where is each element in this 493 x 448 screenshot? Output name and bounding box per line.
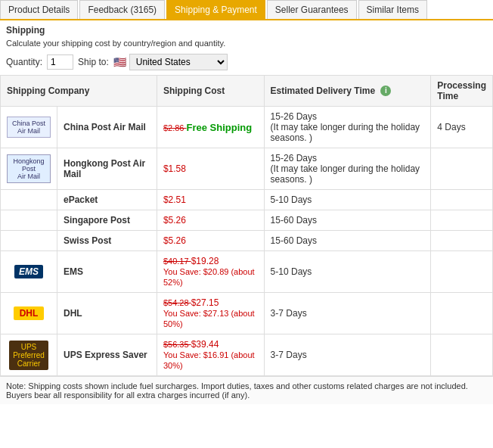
tab-seller-guarantees[interactable]: Seller Guarantees	[267, 0, 357, 19]
ems-logo: EMS	[14, 265, 43, 278]
company-name-text: EMS	[64, 266, 83, 277]
shipping-table: Shipping Company Shipping Cost Estimated…	[0, 75, 493, 376]
company-name-cell: China Post Air Mail	[57, 107, 157, 148]
you-save-text: You Save: $20.89 (about 52%)	[163, 267, 255, 287]
sale-price: Free Shipping	[187, 122, 253, 133]
table-row: Singapore Post$5.2615-60 Days	[1, 210, 493, 231]
shipping-cost-cell: $2.86 Free Shipping	[157, 107, 264, 148]
company-name-cell: Swiss Post	[57, 231, 157, 251]
table-row: DHLDHL$54.28 $27.15You Save: $27.13 (abo…	[1, 293, 493, 334]
company-name-text: Hongkong Post Air Mail	[64, 158, 145, 179]
table-row: UPSPreferredCarrierUPS Express Saver$56.…	[1, 334, 493, 376]
original-price: $56.35	[163, 340, 191, 349]
processing-time-cell	[431, 210, 493, 231]
processing-time-cell	[431, 231, 493, 251]
delivery-time-cell: 3-7 Days	[264, 293, 431, 334]
quantity-input[interactable]	[47, 54, 73, 70]
you-save-text: You Save: $16.91 (about 30%)	[163, 350, 255, 370]
th-cost: Shipping Cost	[157, 76, 264, 107]
delivery-time-cell: 3-7 Days	[264, 334, 431, 376]
company-name-cell: EMS	[57, 251, 157, 293]
tab-shipping-payment[interactable]: Shipping & Payment	[166, 0, 265, 19]
company-logo-cell: UPSPreferredCarrier	[1, 334, 57, 376]
shipping-cost-cell: $2.51	[157, 190, 264, 210]
shipping-note: Note: Shipping costs shown include fuel …	[0, 376, 493, 404]
processing-time-cell	[431, 190, 493, 210]
company-logo-cell	[1, 210, 57, 231]
ship-to-label: Ship to:	[78, 57, 109, 67]
sale-price: $19.28	[191, 256, 219, 266]
table-row: Hongkong PostAir MailHongkong Post Air M…	[1, 148, 493, 190]
ups-logo: UPSPreferredCarrier	[9, 341, 48, 370]
china-post-logo: China PostAir Mail	[7, 117, 51, 138]
shipping-header: Shipping	[0, 20, 493, 37]
delivery-time-cell: 5-10 Days	[264, 190, 431, 210]
shipping-cost-cell: $5.26	[157, 210, 264, 231]
ship-to-selector: 🇺🇸 United States	[113, 54, 228, 70]
processing-time-cell	[431, 293, 493, 334]
company-name-text: ePacket	[64, 194, 98, 205]
info-icon[interactable]: i	[380, 86, 391, 96]
company-name-cell: UPS Express Saver	[57, 334, 157, 376]
company-name-text: DHL	[64, 308, 82, 319]
company-name-cell: Hongkong Post Air Mail	[57, 148, 157, 190]
shipping-cost-cell: $56.35 $39.44You Save: $16.91 (about 30%…	[157, 334, 264, 376]
company-logo-cell: DHL	[1, 293, 57, 334]
table-row: China PostAir MailChina Post Air Mail$2.…	[1, 107, 493, 148]
shipping-cost-cell: $54.28 $27.15You Save: $27.13 (about 50%…	[157, 293, 264, 334]
original-price: $54.28	[163, 298, 191, 307]
th-company: Shipping Company	[1, 76, 157, 107]
company-logo-cell	[1, 190, 57, 210]
original-price: $2.86	[163, 123, 187, 132]
processing-time-cell	[431, 251, 493, 293]
quantity-row: Quantity: Ship to: 🇺🇸 United States	[0, 51, 493, 75]
table-row: ePacket$2.515-10 Days	[1, 190, 493, 210]
us-flag-icon: 🇺🇸	[113, 56, 126, 68]
company-name-text: Swiss Post	[64, 235, 111, 246]
delivery-time-cell: 5-10 Days	[264, 251, 431, 293]
company-logo-cell: Hongkong PostAir Mail	[1, 148, 57, 190]
delivery-time-cell: 15-26 Days(It may take longer during the…	[264, 107, 431, 148]
sale-price: $2.51	[163, 194, 186, 205]
tab-product-details[interactable]: Product Details	[0, 0, 78, 19]
th-delivery: Estimated Delivery Time i	[264, 76, 431, 107]
sale-price: $1.58	[163, 163, 186, 174]
quantity-label: Quantity:	[6, 57, 42, 67]
tab-feedback[interactable]: Feedback (3165)	[79, 0, 165, 19]
shipping-cost-cell: $40.17 $19.28You Save: $20.89 (about 52%…	[157, 251, 264, 293]
tab-similar-items[interactable]: Similar Items	[358, 0, 427, 19]
country-select[interactable]: United States	[129, 54, 228, 70]
th-processing: Processing Time	[431, 76, 493, 107]
sale-price: $27.15	[191, 297, 219, 308]
company-logo-cell: EMS	[1, 251, 57, 293]
table-row: EMSEMS$40.17 $19.28You Save: $20.89 (abo…	[1, 251, 493, 293]
you-save-text: You Save: $27.13 (about 50%)	[163, 309, 255, 328]
shipping-subtext: Calculate your shipping cost by country/…	[0, 37, 493, 51]
company-name-text: UPS Express Saver	[64, 350, 147, 360]
table-header-row: Shipping Company Shipping Cost Estimated…	[1, 76, 493, 107]
processing-time-cell: 4 Days	[431, 107, 493, 148]
company-name-cell: Singapore Post	[57, 210, 157, 231]
company-logo-cell	[1, 231, 57, 251]
table-row: Swiss Post$5.2615-60 Days	[1, 231, 493, 251]
shipping-cost-cell: $5.26	[157, 231, 264, 251]
processing-time-cell	[431, 334, 493, 376]
tab-bar: Product Details Feedback (3165) Shipping…	[0, 0, 493, 20]
sale-price: $39.44	[191, 339, 219, 350]
company-name-cell: DHL	[57, 293, 157, 334]
processing-time-cell	[431, 148, 493, 190]
hk-post-logo: Hongkong PostAir Mail	[7, 154, 51, 183]
company-logo-cell: China PostAir Mail	[1, 107, 57, 148]
delivery-time-cell: 15-26 Days(It may take longer during the…	[264, 148, 431, 190]
sale-price: $5.26	[163, 215, 186, 226]
original-price: $40.17	[163, 257, 191, 266]
company-name-text: China Post Air Mail	[64, 122, 146, 132]
company-name-text: Singapore Post	[64, 215, 130, 226]
sale-price: $5.26	[163, 235, 186, 246]
dhl-logo: DHL	[14, 306, 45, 320]
shipping-cost-cell: $1.58	[157, 148, 264, 190]
delivery-time-cell: 15-60 Days	[264, 210, 431, 231]
delivery-time-cell: 15-60 Days	[264, 231, 431, 251]
company-name-cell: ePacket	[57, 190, 157, 210]
